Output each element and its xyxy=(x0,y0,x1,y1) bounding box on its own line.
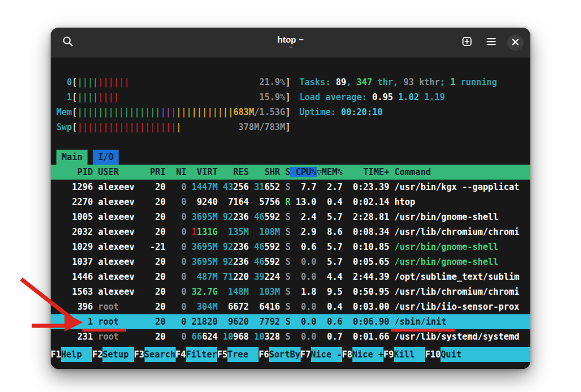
process-table: 1296 alexeev 20 0 1447M 43256 31652 S 7.… xyxy=(51,180,530,344)
process-row[interactable]: 2270 alexeev 20 0 9240 7164 5756 R 13.0 … xyxy=(51,195,530,210)
process-row[interactable]: 1563 alexeev 20 0 32.7G 148M 103M S 1.8 … xyxy=(51,284,530,299)
fn-f8-nice[interactable]: F8Nice + xyxy=(342,347,383,362)
process-row[interactable]: 1446 alexeev 20 0 487M 71220 39224 S 0.0… xyxy=(51,269,530,284)
fn-f6-sortby[interactable]: F6SortBy xyxy=(259,347,300,362)
process-row[interactable]: 231 root 20 0 66624 10968 10328 S 0.0 0.… xyxy=(51,329,530,344)
menu-button[interactable] xyxy=(483,35,499,51)
tab-io[interactable]: I/O xyxy=(93,150,119,165)
fn-f10-quit[interactable]: F10Quit xyxy=(425,347,472,362)
search-button[interactable] xyxy=(60,35,76,51)
fn-f2-setup[interactable]: F2Setup xyxy=(92,347,134,362)
search-icon xyxy=(62,36,74,50)
process-row[interactable]: 1037 alexeev 20 0 3695M 92236 46592 S 0.… xyxy=(51,254,530,269)
terminal-content: 0[|||||||||| 21.9%] 1[|||||||| 15.9%]Mem… xyxy=(51,58,530,369)
fn-f9-kill[interactable]: F9Kill xyxy=(383,347,425,362)
function-key-bar: F1Help F2Setup F3SearchF4FilterF5Tree F6… xyxy=(51,347,530,362)
meter-row: Swp[|||||||||||||||||||| 378M/783M] xyxy=(51,120,530,135)
sort-indicator-icon: ▽ xyxy=(317,167,322,177)
process-row[interactable]: 396 root 20 0 304M 6672 6416 S 0.0 0.4 0… xyxy=(51,299,530,314)
fn-bar-filler xyxy=(472,347,530,362)
fn-f3-search[interactable]: F3Search xyxy=(134,347,176,362)
fn-f7-nice[interactable]: F7Nice - xyxy=(301,347,342,362)
info-line: Load average: 0.95 1.02 1.19 xyxy=(299,90,497,105)
fn-f5-tree[interactable]: F5Tree xyxy=(217,347,259,362)
process-table-header[interactable]: PID USER PRI NI VIRT RES SHR S CPU%▽MEM%… xyxy=(51,165,530,180)
titlebar: htop ~ ~ xyxy=(51,28,530,58)
process-row-selected[interactable]: 1 root 20 0 21820 9620 7792 S 0.0 0.6 0:… xyxy=(51,314,530,329)
fn-f1-help[interactable]: F1Help xyxy=(51,347,92,362)
info-line: Tasks: 89, 347 thr, 93 kthr; 1 running xyxy=(299,75,497,90)
process-row[interactable]: 2032 alexeev 20 0 1131G 135M 108M S 2.9 … xyxy=(51,224,530,239)
sorted-column-cpu: CPU% xyxy=(290,167,316,177)
page: { "window": { "title": "htop ~", "subtit… xyxy=(0,0,581,392)
process-row[interactable]: 1005 alexeev 20 0 3695M 92236 46592 S 2.… xyxy=(51,210,530,224)
new-tab-icon xyxy=(461,36,473,50)
hamburger-menu-icon xyxy=(486,37,496,48)
process-row[interactable]: 1029 alexeev -21 0 3695M 92236 46592 S 0… xyxy=(51,239,530,254)
close-button[interactable] xyxy=(507,35,523,51)
screen-tabs: MainI/O xyxy=(51,150,530,165)
info-line: Uptime: 00:20:10 xyxy=(299,105,497,120)
tab-main[interactable]: Main xyxy=(56,150,88,165)
close-icon xyxy=(512,37,519,48)
window-title: htop ~ xyxy=(278,35,303,44)
window-subtitle: ~ xyxy=(289,44,293,51)
terminal-window: htop ~ ~ xyxy=(51,28,530,369)
new-tab-button[interactable] xyxy=(459,35,475,51)
spacer-line xyxy=(51,135,530,150)
process-row[interactable]: 1296 alexeev 20 0 1447M 43256 31652 S 7.… xyxy=(51,180,530,195)
tasks-load-uptime-info: Tasks: 89, 347 thr, 93 kthr; 1 runningLo… xyxy=(299,75,497,120)
fn-f4-filter[interactable]: F4Filter xyxy=(176,347,217,362)
